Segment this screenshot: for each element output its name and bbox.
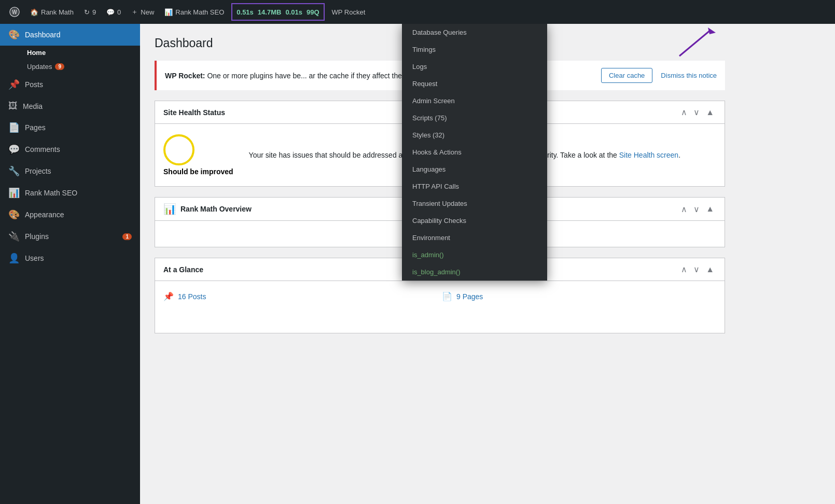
rank-math-seo-label: Rank Math SEO bbox=[175, 8, 224, 16]
glance-drag-handle[interactable]: ▲ bbox=[704, 263, 716, 275]
rank-math-menu-icon: 📊 bbox=[8, 187, 20, 199]
updates-count: 9 bbox=[92, 8, 96, 16]
plus-icon: ＋ bbox=[131, 7, 138, 17]
sidebar-item-appearance[interactable]: 🎨 Appearance bbox=[0, 204, 140, 226]
glance-grid: 📌 16 Posts 📄 9 Pages bbox=[163, 291, 716, 301]
new-label: New bbox=[141, 8, 154, 16]
collapse-up-button[interactable]: ∧ bbox=[679, 106, 689, 118]
sidebar-item-posts[interactable]: 📌 Posts bbox=[0, 74, 140, 95]
qd-queries: 99Q bbox=[307, 8, 319, 16]
dropdown-item-7[interactable]: Hooks & Actions bbox=[402, 144, 547, 161]
site-health-status-label: Should be improved bbox=[163, 167, 233, 176]
collapse-down-button[interactable]: ∨ bbox=[691, 106, 702, 118]
svg-text:W: W bbox=[12, 9, 17, 15]
sidebar-item-comments-label: Comments bbox=[25, 145, 132, 153]
submenu-home-label: Home bbox=[27, 49, 46, 57]
submenu-updates-label: Updates bbox=[27, 63, 52, 71]
wp-rocket-label: WP Rocket bbox=[332, 8, 366, 16]
posts-icon: 📌 bbox=[8, 79, 20, 90]
dashboard-icon: 🎨 bbox=[8, 29, 20, 40]
dropdown-item-13[interactable]: is_admin() bbox=[402, 246, 547, 263]
rm-collapse-down-button[interactable]: ∨ bbox=[691, 203, 702, 215]
comments-count: 0 bbox=[117, 8, 121, 16]
rank-math-overview-icon: 📊 bbox=[163, 203, 176, 215]
pages-icon: 📄 bbox=[8, 122, 20, 133]
qd-query-time: 0.01s bbox=[285, 8, 302, 16]
drag-handle[interactable]: ▲ bbox=[704, 106, 716, 118]
submenu-item-updates[interactable]: Updates 9 bbox=[0, 60, 140, 74]
sidebar-item-users[interactable]: 👤 Users bbox=[0, 247, 140, 269]
site-health-circle bbox=[163, 134, 194, 165]
dropdown-item-8[interactable]: Languages bbox=[402, 161, 547, 178]
dropdown-item-9[interactable]: HTTP API Calls bbox=[402, 178, 547, 195]
sidebar-item-rank-math[interactable]: 📊 Rank Math SEO bbox=[0, 182, 140, 204]
plugins-icon: 🔌 bbox=[8, 231, 20, 242]
glance-item-pages[interactable]: 📄 9 Pages bbox=[442, 291, 716, 301]
sidebar: 🎨 Dashboard Home Updates 9 📌 Posts 🖼 Med… bbox=[0, 24, 140, 504]
dropdown-item-4[interactable]: Admin Screen bbox=[402, 92, 547, 109]
glance-item-posts[interactable]: 📌 16 Posts bbox=[163, 291, 438, 301]
sidebar-item-dashboard-label: Dashboard bbox=[25, 31, 132, 39]
clear-cache-button[interactable]: Clear cache bbox=[601, 68, 652, 83]
dropdown-item-11[interactable]: Capability Checks bbox=[402, 212, 547, 229]
sidebar-item-rank-math-label: Rank Math SEO bbox=[25, 189, 132, 197]
sidebar-item-plugins-label: Plugins bbox=[25, 232, 117, 241]
dropdown-item-1[interactable]: Timings bbox=[402, 41, 547, 58]
glance-pages-label: 9 Pages bbox=[456, 292, 483, 301]
wp-logo-button[interactable]: W bbox=[4, 0, 25, 24]
sidebar-item-pages[interactable]: 📄 Pages bbox=[0, 117, 140, 138]
dropdown-item-0[interactable]: Database Queries bbox=[402, 24, 547, 41]
new-content-button[interactable]: ＋ New bbox=[126, 0, 159, 24]
dropdown-item-12[interactable]: Environment bbox=[402, 229, 547, 246]
comments-button[interactable]: 💬 0 bbox=[101, 0, 126, 24]
sidebar-item-posts-label: Posts bbox=[25, 80, 132, 89]
wp-rocket-button[interactable]: WP Rocket bbox=[327, 0, 371, 24]
at-a-glance-body: 📌 16 Posts 📄 9 Pages bbox=[155, 281, 725, 333]
site-name-button[interactable]: 🏠 Rank Math bbox=[25, 0, 79, 24]
updates-button[interactable]: ↻ 9 bbox=[79, 0, 101, 24]
pages-glance-icon: 📄 bbox=[442, 291, 452, 301]
comments-icon: 💬 bbox=[106, 8, 115, 16]
admin-bar: W 🏠 Rank Math ↻ 9 💬 0 ＋ New 📊 Rank Math … bbox=[0, 0, 835, 24]
dropdown-item-2[interactable]: Logs bbox=[402, 58, 547, 75]
glance-collapse-up-button[interactable]: ∧ bbox=[679, 263, 689, 275]
rank-math-icon: 📊 bbox=[164, 8, 173, 16]
sidebar-item-dashboard[interactable]: 🎨 Dashboard bbox=[0, 24, 140, 46]
updates-icon: ↻ bbox=[84, 8, 90, 16]
site-health-controls: ∧ ∨ ▲ bbox=[679, 106, 716, 118]
qd-memory: 14.7MB bbox=[258, 8, 282, 16]
dropdown-item-3[interactable]: Request bbox=[402, 75, 547, 92]
rank-math-seo-button[interactable]: 📊 Rank Math SEO bbox=[159, 0, 229, 24]
dropdown-item-6[interactable]: Styles (32) bbox=[402, 127, 547, 144]
sidebar-item-media[interactable]: 🖼 Media bbox=[0, 95, 140, 117]
home-icon: 🏠 bbox=[30, 8, 38, 16]
dropdown-item-5[interactable]: Scripts (75) bbox=[402, 109, 547, 127]
dropdown-item-10[interactable]: Transient Updates bbox=[402, 195, 547, 212]
sidebar-item-media-label: Media bbox=[23, 102, 132, 110]
glance-posts-label: 16 Posts bbox=[178, 292, 206, 301]
dashboard-submenu: Home Updates 9 bbox=[0, 46, 140, 74]
site-health-screen-link[interactable]: Site Health screen bbox=[619, 151, 678, 159]
dropdown-item-14[interactable]: is_blog_admin() bbox=[402, 263, 547, 281]
query-debugger-button[interactable]: 0.51s 14.7MB 0.01s 99Q bbox=[231, 3, 324, 21]
sidebar-item-comments[interactable]: 💬 Comments bbox=[0, 138, 140, 160]
sidebar-item-appearance-label: Appearance bbox=[25, 211, 132, 219]
appearance-icon: 🎨 bbox=[8, 209, 20, 220]
posts-glance-icon: 📌 bbox=[163, 291, 174, 301]
glance-collapse-down-button[interactable]: ∨ bbox=[691, 263, 702, 275]
site-name-label: Rank Math bbox=[41, 8, 74, 16]
dismiss-notice-link[interactable]: Dismiss this notice bbox=[661, 72, 717, 79]
sidebar-item-pages-label: Pages bbox=[25, 123, 132, 132]
rm-drag-handle[interactable]: ▲ bbox=[704, 203, 716, 215]
qd-time: 0.51s bbox=[236, 8, 254, 16]
at-a-glance-title: At a Glance bbox=[163, 265, 203, 274]
sidebar-item-projects[interactable]: 🔧 Projects bbox=[0, 160, 140, 182]
submenu-item-home[interactable]: Home bbox=[0, 46, 140, 60]
sidebar-item-plugins[interactable]: 🔌 Plugins 1 bbox=[0, 226, 140, 247]
plugins-badge: 1 bbox=[122, 233, 132, 240]
rm-collapse-up-button[interactable]: ∧ bbox=[679, 203, 689, 215]
updates-badge: 9 bbox=[55, 63, 64, 70]
sidebar-item-projects-label: Projects bbox=[25, 167, 132, 175]
query-debugger-dropdown: Database QueriesTimingsLogsRequestAdmin … bbox=[402, 24, 547, 281]
sidebar-item-users-label: Users bbox=[25, 254, 132, 262]
